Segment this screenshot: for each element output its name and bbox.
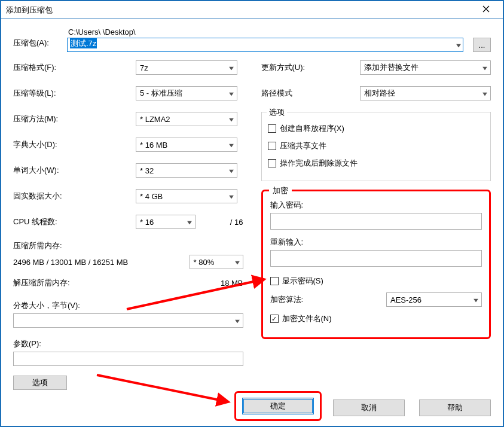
- window-title: 添加到压缩包: [6, 5, 474, 16]
- help-button[interactable]: 帮助: [419, 399, 491, 416]
- delete-checkbox[interactable]: [268, 159, 276, 167]
- volume-select[interactable]: [13, 313, 243, 328]
- chevron-down-icon: [229, 89, 234, 98]
- options-button[interactable]: 选项: [13, 376, 67, 390]
- columns: 压缩格式(F): 7z 压缩等级(L): 5 - 标准压缩 压缩方法(M):: [13, 60, 491, 390]
- encrypt-names-checkbox[interactable]: [270, 315, 279, 323]
- mem-decomp-label: 解压缩所需内存:: [13, 277, 70, 288]
- close-icon: [482, 5, 490, 14]
- word-select[interactable]: * 32: [136, 163, 237, 178]
- method-select[interactable]: * LZMA2: [136, 112, 237, 126]
- update-select[interactable]: 添加并替换文件: [360, 60, 491, 75]
- options-fieldset: 选项 创建自释放程序(X) 压缩共享文件 操作完成后删除源文件: [261, 112, 491, 181]
- volume-label: 分卷大小，字节(V):: [13, 300, 243, 311]
- chevron-down-icon: [229, 141, 234, 150]
- method-label: 压缩方法(M):: [13, 114, 136, 124]
- ok-highlight: 确定: [234, 391, 322, 421]
- param-input[interactable]: [13, 352, 243, 366]
- password-confirm-label: 重新输入:: [270, 237, 482, 248]
- threads-max: / 16: [230, 218, 243, 227]
- solid-label: 固实数据大小:: [13, 191, 136, 202]
- pathmode-label: 路径模式: [261, 88, 360, 99]
- archive-name-value: 测试.7z: [70, 38, 97, 48]
- mem-comp-values: 2496 MB / 13001 MB / 16251 MB: [13, 258, 190, 267]
- mem-percent-select[interactable]: * 80%: [190, 255, 243, 269]
- titlebar: 添加到压缩包: [1, 1, 503, 19]
- dialog-window: 添加到压缩包 压缩包(A): C:\Users\ \Desktop\ 测试.7z: [0, 0, 504, 427]
- chevron-down-icon: [229, 166, 234, 175]
- password-input[interactable]: [270, 213, 482, 230]
- chevron-down-icon: [229, 192, 234, 201]
- show-password-checkbox[interactable]: [270, 277, 279, 285]
- enc-method-select[interactable]: AES-256: [386, 292, 482, 307]
- chevron-down-icon: [482, 63, 487, 72]
- archive-block: C:\Users\ \Desktop\ 测试.7z: [67, 28, 463, 52]
- encrypt-names-label: 加密文件名(N): [282, 313, 332, 324]
- browse-button[interactable]: ...: [473, 38, 491, 52]
- ok-button[interactable]: 确定: [242, 398, 314, 414]
- password-confirm-input[interactable]: [270, 250, 482, 267]
- chevron-down-icon: [187, 218, 192, 227]
- cancel-button[interactable]: 取消: [333, 399, 405, 416]
- encryption-legend: 加密: [269, 185, 292, 196]
- dict-label: 字典大小(D):: [13, 139, 136, 150]
- threads-label: CPU 线程数:: [13, 216, 136, 227]
- chevron-down-icon: [474, 295, 478, 304]
- archive-path-row: 压缩包(A): C:\Users\ \Desktop\ 测试.7z ...: [13, 28, 491, 52]
- ellipsis-icon: ...: [479, 41, 485, 50]
- options-legend: 选项: [267, 107, 287, 118]
- word-label: 单词大小(W):: [13, 165, 136, 176]
- dialog-content: 压缩包(A): C:\Users\ \Desktop\ 测试.7z ... 压缩: [1, 19, 503, 397]
- threads-select[interactable]: * 16: [136, 215, 196, 229]
- mem-decomp-value: 18 MB: [221, 279, 243, 288]
- format-label: 压缩格式(F):: [13, 62, 136, 73]
- level-select[interactable]: 5 - 标准压缩: [136, 86, 237, 100]
- show-password-label: 显示密码(S): [282, 276, 323, 286]
- sfx-label: 创建自释放程序(X): [280, 123, 344, 134]
- share-checkbox[interactable]: [268, 142, 276, 150]
- archive-name-input[interactable]: 测试.7z: [67, 38, 463, 52]
- update-label: 更新方式(U):: [261, 62, 360, 73]
- chevron-down-icon: [229, 115, 234, 124]
- pathmode-select[interactable]: 相对路径: [360, 86, 491, 100]
- archive-directory: C:\Users\ \Desktop\: [67, 28, 463, 36]
- archive-label: 压缩包(A):: [13, 38, 61, 52]
- level-label: 压缩等级(L):: [13, 88, 136, 99]
- sfx-checkbox[interactable]: [268, 124, 276, 133]
- right-column: 更新方式(U): 添加并替换文件 路径模式 相对路径 选项: [261, 60, 491, 390]
- chevron-down-icon: [235, 316, 240, 325]
- delete-label: 操作完成后删除源文件: [280, 158, 358, 169]
- param-label: 参数(P):: [13, 338, 243, 349]
- encryption-fieldset: 加密 输入密码: 重新输入: 显示密码(S) 加密算法: AES-256: [261, 190, 491, 339]
- left-column: 压缩格式(F): 7z 压缩等级(L): 5 - 标准压缩 压缩方法(M):: [13, 60, 243, 390]
- password-label: 输入密码:: [270, 200, 482, 211]
- mem-comp-label: 压缩所需内存:: [13, 240, 243, 251]
- close-button[interactable]: [474, 2, 498, 19]
- dict-select[interactable]: * 16 MB: [136, 138, 237, 152]
- chevron-down-icon: [229, 63, 234, 72]
- format-select[interactable]: 7z: [136, 60, 237, 75]
- solid-select[interactable]: * 4 GB: [136, 189, 237, 203]
- archive-name-wrap: 测试.7z: [67, 38, 463, 52]
- chevron-down-icon: [482, 89, 487, 98]
- share-label: 压缩共享文件: [280, 141, 326, 151]
- chevron-down-icon: [235, 258, 240, 267]
- dialog-buttons: 取消 帮助: [333, 399, 491, 416]
- enc-method-label: 加密算法:: [270, 294, 304, 305]
